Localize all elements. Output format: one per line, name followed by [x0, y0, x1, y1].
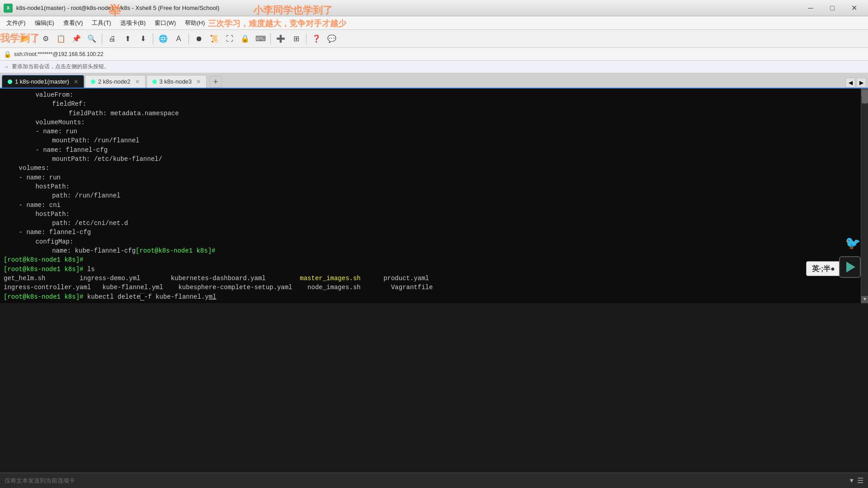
scrollbar-thumb[interactable]	[862, 90, 868, 103]
bird-icon: 🐦	[845, 235, 861, 253]
line-5: - name: run	[4, 127, 864, 136]
scrollbar-track: ▲ ▼	[861, 89, 868, 303]
toolbar-download[interactable]: ⬇	[136, 32, 150, 46]
tab-1-dot	[8, 80, 12, 84]
menu-window[interactable]: 窗口(W)	[150, 18, 180, 28]
tab-prev-button[interactable]: ◀	[845, 78, 855, 88]
info-text: 要添加当前会话，点击左侧的箭头按钮。	[12, 63, 109, 70]
toolbar-open[interactable]: 📂	[18, 32, 33, 46]
toolbar-upload[interactable]: ⬆	[120, 32, 135, 46]
ime-indicator[interactable]: 英·;半●	[806, 261, 841, 276]
info-bar: → 要添加当前会话，点击左侧的箭头按钮。	[0, 61, 868, 73]
scrollbar-down-button[interactable]: ▼	[861, 296, 868, 303]
tab-2-label: 2 k8s-node2	[98, 78, 131, 85]
line-19: [root@k8s-node1 k8s]#	[4, 255, 864, 264]
line-20: [root@k8s-node1 k8s]# ls	[4, 265, 864, 274]
title-bar: X k8s-node1(master) - root@k8s-node1:~/k…	[0, 0, 868, 16]
sep3	[153, 33, 153, 44]
tab-1[interactable]: 1 k8s-node1(master) ✕	[2, 75, 84, 88]
close-button[interactable]: ✕	[844, 1, 864, 15]
tab-1-label: 1 k8s-node1(master)	[15, 78, 69, 85]
sep6	[306, 33, 307, 44]
toolbar-font[interactable]: A	[171, 32, 186, 46]
line-10: - name: run	[4, 173, 864, 182]
tab-1-close[interactable]: ✕	[74, 79, 78, 85]
toolbar-script[interactable]: 📜	[207, 32, 222, 46]
toolbar-record[interactable]: ⏺	[192, 32, 206, 46]
toolbar-globe[interactable]: 🌐	[156, 32, 170, 46]
line-15: path: /etc/cni/net.d	[4, 219, 864, 228]
maximize-button[interactable]: □	[822, 1, 843, 15]
menu-icon[interactable]: ☰	[857, 476, 863, 485]
line-11: hostPath:	[4, 182, 864, 191]
sep1	[35, 33, 36, 44]
menu-tools[interactable]: 工具(T)	[87, 18, 116, 28]
toolbar-lock[interactable]: 🔒	[238, 32, 252, 46]
sep4	[189, 33, 189, 44]
tab-3-label: 3 k8s-node3	[160, 78, 192, 85]
lock-icon: 🔒	[4, 51, 11, 58]
line-17: configMap:	[4, 237, 864, 246]
toolbar-fullscreen[interactable]: ⛶	[222, 32, 237, 46]
toolbar-new[interactable]: 📄	[3, 32, 17, 46]
menu-view[interactable]: 查看(V)	[59, 18, 87, 28]
terminal-content: valueFrom: fieldRef: fieldPath: metadata…	[4, 90, 864, 301]
minimize-button[interactable]: ─	[800, 1, 821, 15]
menu-help[interactable]: 帮助(H)	[180, 18, 209, 28]
tab-3-close[interactable]: ✕	[196, 79, 201, 85]
main-layout: valueFrom: fieldRef: fieldPath: metadata…	[0, 89, 868, 488]
tab-3-dot	[152, 80, 157, 84]
window-controls: ─ □ ✕	[800, 1, 864, 15]
line-7: - name: flannel-cfg	[4, 145, 864, 155]
tab-2-dot	[91, 80, 95, 84]
tab-2-close[interactable]: ✕	[135, 79, 140, 85]
tab-3[interactable]: 3 k8s-node3 ✕	[146, 75, 207, 88]
sep5	[270, 33, 271, 44]
app-icon: X	[4, 4, 13, 13]
play-button[interactable]	[839, 256, 861, 278]
toolbar-settings[interactable]: ⚙	[38, 32, 53, 46]
terminal-wrapper: valueFrom: fieldRef: fieldPath: metadata…	[0, 89, 868, 473]
line-3: fieldPath: metadata.namespace	[4, 109, 864, 118]
line-8: mountPath: /etc/kube-flannel/	[4, 155, 864, 164]
line-1: valueFrom:	[4, 90, 864, 99]
line-files-2: ingress-controller.yaml kube-flannel.yml…	[4, 283, 864, 292]
line-18: name: kube-flannel-cfg[root@k8s-node1 k8…	[4, 246, 864, 255]
toolbar-help[interactable]: ❓	[309, 32, 324, 46]
line-4: volumeMounts:	[4, 118, 864, 127]
tab-add-button[interactable]: +	[209, 76, 222, 88]
line-2: fieldRef:	[4, 99, 864, 108]
menu-bar: 文件(F) 编辑(E) 查看(V) 工具(T) 选项卡(B) 窗口(W) 帮助(…	[0, 16, 868, 30]
send-input[interactable]	[5, 477, 846, 484]
toolbar-chat[interactable]: 💬	[325, 32, 339, 46]
line-files-1: get_helm.sh ingress-demo.yml kubernetes-…	[4, 274, 864, 283]
tab-next-button[interactable]: ▶	[856, 78, 866, 88]
dropdown-arrow-icon[interactable]: ▼	[850, 477, 854, 484]
tab-bar: 1 k8s-node1(master) ✕ 2 k8s-node2 ✕ 3 k8…	[0, 73, 868, 89]
menu-edit[interactable]: 编辑(E)	[30, 18, 59, 28]
toolbar-pane-layout[interactable]: ⊞	[289, 32, 303, 46]
terminal[interactable]: valueFrom: fieldRef: fieldPath: metadata…	[0, 89, 868, 303]
line-current: [root@k8s-node1 k8s]# kubectl delete█-f …	[4, 292, 864, 301]
window-title: k8s-node1(master) - root@k8s-node1:~/k8s…	[16, 5, 800, 11]
address-text: ssh://root:*******@192.168.56.100:22	[14, 51, 104, 57]
sep2	[102, 33, 102, 44]
line-14: hostPath:	[4, 210, 864, 219]
toolbar-pane-add[interactable]: ➕	[274, 32, 288, 46]
tab-nav: ◀ ▶	[845, 78, 866, 88]
menu-file[interactable]: 文件(F)	[2, 18, 30, 28]
bottom-input-bar: ▼ ☰	[0, 473, 868, 488]
toolbar-print[interactable]: 🖨	[105, 32, 119, 46]
line-16: - name: flannel-cfg	[4, 228, 864, 237]
line-9: volumes:	[4, 164, 864, 173]
toolbar-keyboard[interactable]: ⌨	[253, 32, 268, 46]
toolbar-find[interactable]: 🔍	[85, 32, 99, 46]
line-13: - name: cni	[4, 201, 864, 210]
toolbar-paste[interactable]: 📌	[69, 32, 84, 46]
line-6: mountPath: /run/flannel	[4, 136, 864, 145]
toolbar-copy[interactable]: 📋	[54, 32, 68, 46]
menu-tabs[interactable]: 选项卡(B)	[116, 18, 150, 28]
tab-2[interactable]: 2 k8s-node2 ✕	[85, 75, 146, 88]
line-12: path: /run/flannel	[4, 191, 864, 200]
info-arrow-icon: →	[4, 64, 9, 70]
